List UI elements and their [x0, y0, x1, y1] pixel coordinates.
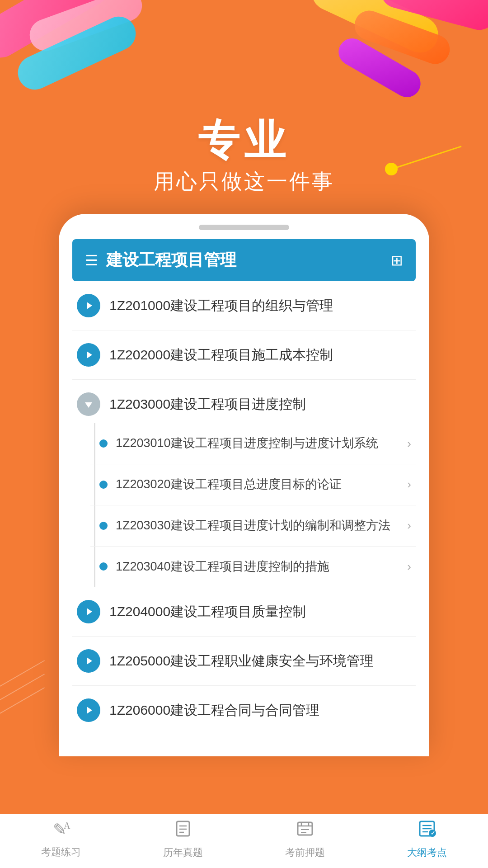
- list-container: 1Z201000建设工程项目的组织与管理 1Z202000建设工程项目施工成本控…: [59, 281, 429, 744]
- past-icon: [173, 819, 193, 843]
- sub-item-label-1Z203010: 1Z203010建设工程项目进度控制与进度计划系统: [116, 435, 399, 452]
- list-item-expanded[interactable]: 1Z203000建设工程项目进度控制: [72, 380, 416, 423]
- grid-icon[interactable]: ⊞: [391, 252, 403, 269]
- svg-text:A: A: [64, 821, 70, 830]
- chevron-right-icon: ›: [407, 477, 411, 491]
- item-label-1Z203000: 1Z203000建设工程项目进度控制: [109, 395, 411, 414]
- item-label-1Z204000: 1Z204000建设工程项目质量控制: [109, 603, 411, 621]
- phone-mockup: ☰ 建设工程项目管理 ⊞ 1Z201000建设工程项目的组织与管理 1Z2020…: [59, 214, 429, 756]
- chevron-right-icon: ›: [407, 437, 411, 451]
- nav-label-predict: 考前押题: [285, 846, 325, 859]
- sub-item-1Z203010[interactable]: 1Z203010建设工程项目进度控制与进度计划系统 ›: [90, 423, 416, 464]
- sub-item-1Z203040[interactable]: 1Z203040建设工程项目进度控制的措施 ›: [90, 547, 416, 587]
- sub-items-1Z203000: 1Z203010建设工程项目进度控制与进度计划系统 › 1Z203020建设工程…: [72, 423, 416, 587]
- svg-marker-3: [87, 608, 92, 615]
- topbar-title: 建设工程项目管理: [106, 249, 236, 271]
- hero-section: 专业 用心只做这一件事: [0, 0, 488, 214]
- list-item[interactable]: 1Z202000建设工程项目施工成本控制: [72, 330, 416, 380]
- item-icon-1Z205000: [77, 649, 100, 673]
- item-label-1Z205000: 1Z205000建设工程职业健康安全与环境管理: [109, 652, 411, 670]
- item-icon-1Z206000: [77, 698, 100, 722]
- chevron-right-icon: ›: [407, 560, 411, 574]
- list-item[interactable]: 1Z205000建设工程职业健康安全与环境管理: [72, 637, 416, 686]
- practice-icon: ✎ A: [51, 819, 71, 843]
- predict-icon: [295, 819, 315, 843]
- list-item[interactable]: 1Z204000建设工程项目质量控制: [72, 587, 416, 637]
- hero-subtitle: 用心只做这一件事: [0, 168, 488, 196]
- item-label-1Z201000: 1Z201000建设工程项目的组织与管理: [109, 297, 411, 315]
- nav-label-outline: 大纲考点: [407, 846, 447, 859]
- sub-item-dot: [99, 439, 108, 448]
- topbar-left: ☰ 建设工程项目管理: [85, 249, 236, 271]
- phone-notch: [199, 225, 289, 230]
- svg-marker-5: [87, 707, 92, 714]
- list-item[interactable]: 1Z201000建设工程项目的组织与管理: [72, 281, 416, 330]
- sub-item-label-1Z203030: 1Z203030建设工程项目进度计划的编制和调整方法: [116, 517, 399, 534]
- nav-item-practice[interactable]: ✎ A 考题练习: [0, 814, 122, 868]
- sub-item-label-1Z203040: 1Z203040建设工程项目进度控制的措施: [116, 558, 399, 576]
- menu-icon[interactable]: ☰: [85, 252, 98, 269]
- nav-item-past[interactable]: 历年真题: [122, 814, 244, 868]
- svg-marker-2: [85, 402, 92, 408]
- sub-item-1Z203020[interactable]: 1Z203020建设工程项目总进度目标的论证 ›: [90, 464, 416, 505]
- svg-marker-0: [87, 302, 92, 309]
- svg-marker-4: [87, 657, 92, 665]
- item-icon-1Z202000: [77, 343, 100, 367]
- outline-icon: ✓: [417, 819, 437, 843]
- sub-item-dot: [99, 481, 108, 489]
- sub-item-dot: [99, 562, 108, 571]
- item-icon-1Z203000: [77, 392, 100, 416]
- svg-rect-12: [298, 822, 312, 835]
- list-item[interactable]: 1Z206000建设工程合同与合同管理: [72, 686, 416, 735]
- svg-marker-1: [87, 351, 92, 359]
- chevron-right-icon: ›: [407, 519, 411, 533]
- nav-item-predict[interactable]: 考前押题: [244, 814, 366, 868]
- sub-item-label-1Z203020: 1Z203020建设工程项目总进度目标的论证: [116, 476, 399, 493]
- nav-label-past: 历年真题: [163, 846, 203, 859]
- sub-item-dot: [99, 522, 108, 530]
- app-topbar: ☰ 建设工程项目管理 ⊞: [72, 239, 416, 281]
- nav-item-outline[interactable]: ✓ 大纲考点: [366, 814, 488, 868]
- nav-label-practice: 考题练习: [41, 845, 81, 859]
- item-icon-1Z201000: [77, 294, 100, 317]
- item-icon-1Z204000: [77, 600, 100, 623]
- item-label-1Z202000: 1Z202000建设工程项目施工成本控制: [109, 346, 411, 364]
- item-label-1Z206000: 1Z206000建设工程合同与合同管理: [109, 701, 411, 720]
- sub-item-1Z203030[interactable]: 1Z203030建设工程项目进度计划的编制和调整方法 ›: [90, 505, 416, 547]
- bottom-navigation: ✎ A 考题练习 历年真题 考前: [0, 814, 488, 868]
- hero-title: 专业: [0, 118, 488, 163]
- svg-text:✓: ✓: [431, 830, 435, 836]
